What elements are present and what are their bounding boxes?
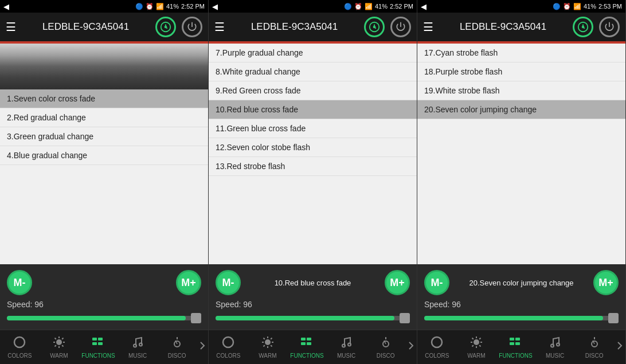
back-arrow[interactable]: ◀ xyxy=(421,2,427,11)
svg-line-9 xyxy=(62,345,63,346)
svg-rect-52 xyxy=(510,338,514,340)
music-icon xyxy=(549,336,561,351)
nav-arrow[interactable] xyxy=(614,339,625,355)
clock-button[interactable] xyxy=(155,17,176,37)
mode-item[interactable]: 13.Red strobe flash xyxy=(209,157,417,176)
battery-icon: 41% xyxy=(375,3,388,10)
svg-point-1 xyxy=(165,26,167,28)
mode-item[interactable]: 17.Cyan strobe flash xyxy=(417,44,625,62)
time-label: 2:53 PM xyxy=(598,3,622,10)
mode-item[interactable]: 7.Purple gradual change xyxy=(209,44,417,62)
svg-line-11 xyxy=(54,345,56,346)
svg-line-31 xyxy=(263,345,264,346)
nav-item-colors[interactable]: COLORS xyxy=(417,336,457,359)
clock-button[interactable] xyxy=(573,17,593,37)
status-bar: ◀ 🔵 ⏰ 📶 41% 2:52 PM xyxy=(0,0,208,13)
mode-controls: M- 20.Seven color jumping change M+ xyxy=(424,270,619,295)
mode-item[interactable]: 8.White gradual change xyxy=(209,62,417,81)
slider-thumb[interactable] xyxy=(400,313,410,323)
wifi-icon: 📶 xyxy=(365,3,373,10)
speed-slider[interactable] xyxy=(7,312,201,324)
mode-item[interactable]: 1.Seven color cross fade xyxy=(0,89,208,108)
nav-item-disco[interactable]: DISCO xyxy=(157,336,197,359)
svg-line-50 xyxy=(479,338,480,339)
back-arrow[interactable]: ◀ xyxy=(212,2,218,11)
mode-item[interactable]: 2.Red gradual change xyxy=(0,108,208,127)
speed-slider[interactable] xyxy=(216,312,410,324)
power-button[interactable] xyxy=(182,17,202,37)
nav-item-warm[interactable]: WARM xyxy=(40,336,79,359)
device-name: LEDBLE-9C3A5041 xyxy=(22,21,150,33)
m-minus-button[interactable]: M- xyxy=(216,270,241,295)
nav-item-music[interactable]: MUSIC xyxy=(535,336,575,359)
back-arrow[interactable]: ◀ xyxy=(3,2,9,11)
svg-point-22 xyxy=(223,337,233,347)
svg-rect-54 xyxy=(510,342,514,345)
nav-item-warm[interactable]: WARM xyxy=(248,336,288,359)
music-icon xyxy=(340,336,353,351)
svg-rect-33 xyxy=(307,338,311,340)
alarm-icon: ⏰ xyxy=(354,3,362,10)
mode-list: 1.Seven color cross fade2.Red gradual ch… xyxy=(0,89,208,264)
wifi-icon: 📶 xyxy=(156,3,164,10)
m-minus-button[interactable]: M- xyxy=(424,270,449,295)
phone-panel-3: ◀ 🔵 ⏰ 📶 41% 2:53 PM ☰ LEDBLE-9C3A5041 17… xyxy=(417,0,626,364)
mode-list: 7.Purple gradual change8.White gradual c… xyxy=(209,44,417,264)
nav-item-disco[interactable]: DISCO xyxy=(574,336,614,359)
bottom-nav: COLORS WARM FUNCTIONS MUSIC xyxy=(417,330,625,364)
svg-rect-53 xyxy=(515,338,520,340)
svg-point-43 xyxy=(474,339,479,345)
m-plus-button[interactable]: M+ xyxy=(385,270,410,295)
power-button[interactable] xyxy=(599,17,620,37)
functions-icon xyxy=(509,336,522,351)
bt-icon: 🔵 xyxy=(344,3,352,10)
functions-icon xyxy=(300,336,313,351)
nav-item-functions[interactable]: FUNCTIONS xyxy=(496,336,535,359)
mode-item[interactable]: 12.Seven color stobe flash xyxy=(209,138,417,157)
mode-item[interactable]: 4.Blue gradual change xyxy=(0,146,208,165)
m-plus-button[interactable]: M+ xyxy=(176,270,201,295)
nav-item-colors[interactable]: COLORS xyxy=(0,336,40,359)
music-icon xyxy=(131,336,144,351)
status-left: ◀ xyxy=(421,2,427,11)
phone-panel-2: ◀ 🔵 ⏰ 📶 41% 2:52 PM ☰ LEDBLE-9C3A5041 7.… xyxy=(209,0,417,364)
nav-item-colors[interactable]: COLORS xyxy=(209,336,248,359)
nav-item-warm[interactable]: WARM xyxy=(457,336,496,359)
colors-label: COLORS xyxy=(7,353,32,359)
nav-arrow[interactable] xyxy=(197,339,208,355)
slider-thumb[interactable] xyxy=(191,313,201,323)
top-bar: ☰ LEDBLE-9C3A5041 xyxy=(209,13,417,42)
mode-item[interactable]: 19.White strobe flash xyxy=(417,81,625,100)
nav-item-functions[interactable]: FUNCTIONS xyxy=(287,336,327,359)
nav-item-functions[interactable]: FUNCTIONS xyxy=(79,336,118,359)
svg-line-48 xyxy=(472,338,473,339)
mode-item[interactable]: 20.Seven color jumping change xyxy=(417,100,625,119)
m-minus-button[interactable]: M- xyxy=(7,270,32,295)
menu-button[interactable]: ☰ xyxy=(423,20,433,34)
mode-item[interactable]: 10.Red blue cross fade xyxy=(209,100,417,119)
mode-item[interactable]: 3.Green gradual change xyxy=(0,127,208,146)
warm-label: WARM xyxy=(467,353,485,359)
status-bar: ◀ 🔵 ⏰ 📶 41% 2:53 PM xyxy=(417,0,625,13)
mode-item[interactable]: 9.Red Green cross fade xyxy=(209,81,417,100)
svg-point-2 xyxy=(14,337,25,347)
svg-line-49 xyxy=(479,345,480,346)
mode-item[interactable]: 18.Purple strobe flash xyxy=(417,62,625,81)
menu-button[interactable]: ☰ xyxy=(6,20,16,34)
power-button[interactable] xyxy=(390,17,411,37)
m-plus-button[interactable]: M+ xyxy=(593,270,619,295)
svg-rect-14 xyxy=(92,342,97,345)
slider-thumb[interactable] xyxy=(608,313,619,323)
nav-item-music[interactable]: MUSIC xyxy=(118,336,158,359)
speed-label: Speed: 96 xyxy=(216,300,410,309)
mode-item[interactable]: 11.Green blue cross fade xyxy=(209,119,417,138)
bottom-nav: COLORS WARM FUNCTIONS MUSIC xyxy=(0,330,208,364)
clock-button[interactable] xyxy=(364,17,385,37)
speed-slider[interactable] xyxy=(424,312,619,324)
slider-track xyxy=(216,316,410,320)
svg-rect-32 xyxy=(301,338,306,340)
menu-button[interactable]: ☰ xyxy=(214,20,225,34)
nav-item-disco[interactable]: DISCO xyxy=(366,336,405,359)
nav-item-music[interactable]: MUSIC xyxy=(327,336,366,359)
nav-arrow[interactable] xyxy=(405,339,417,355)
